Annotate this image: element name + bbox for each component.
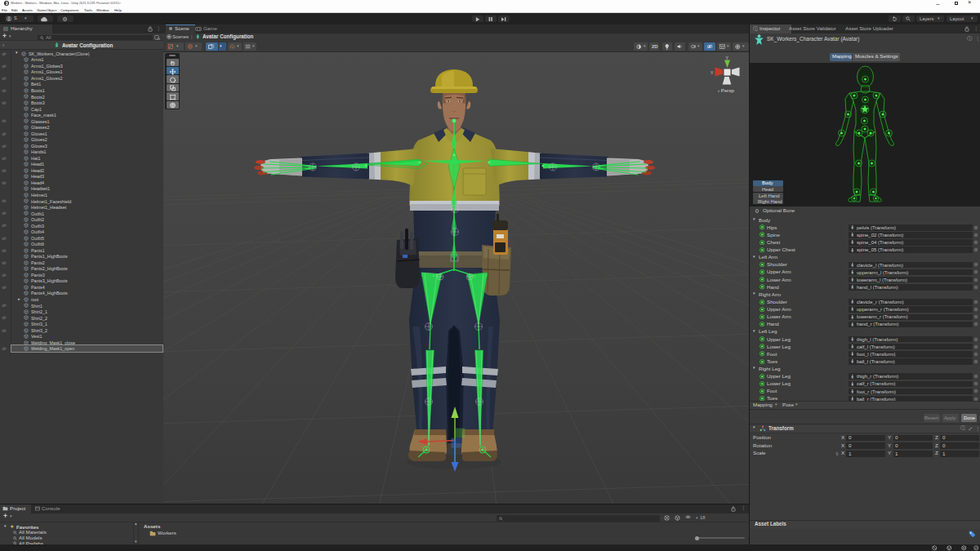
svg-text:X: X: [710, 70, 714, 75]
svg-text:Y: Y: [725, 56, 728, 60]
